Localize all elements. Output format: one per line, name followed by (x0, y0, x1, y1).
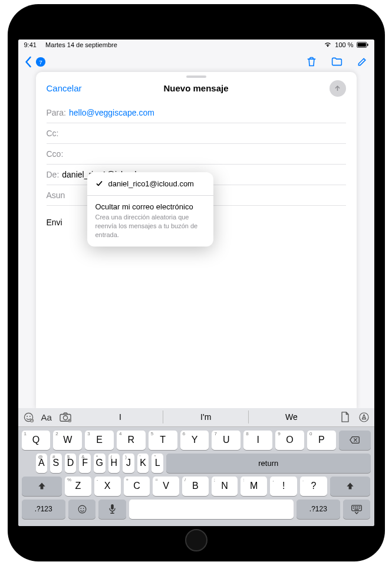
keyboard-row-2: @A#S$D&F*G(H)J'K"L return (22, 454, 371, 473)
back-icon[interactable] (24, 56, 32, 68)
key-z[interactable]: %Z (65, 477, 91, 496)
format-icon[interactable]: Aa (41, 412, 52, 422)
suggestion-2[interactable]: I'm (163, 410, 248, 423)
battery-icon (357, 42, 368, 48)
suggestion-3[interactable]: We (248, 410, 334, 423)
keyboard-row-4: .?123 .?123 (22, 500, 371, 519)
wifi-icon (324, 41, 332, 48)
key-![interactable]: ,! (270, 477, 297, 496)
backspace-key[interactable] (339, 431, 371, 450)
key-r[interactable]: 4R (117, 431, 146, 450)
svg-rect-2 (367, 43, 368, 45)
to-field[interactable]: Para: hello@veggiscape.com (47, 103, 346, 123)
key-u[interactable]: 7U (212, 431, 241, 450)
ipad-frame: 9:41 Martes 14 de septiembre 100 % (8, 4, 385, 561)
key-t[interactable]: 5T (149, 431, 177, 450)
mail-toolbar-behind: 7 (18, 50, 374, 74)
key-o[interactable]: 9O (275, 431, 304, 450)
key-l[interactable]: "L (151, 454, 163, 473)
key-f[interactable]: &F (79, 454, 91, 473)
key-s[interactable]: #S (50, 454, 62, 473)
key-g[interactable]: *G (94, 454, 106, 473)
numbers-key-right[interactable]: .?123 (297, 500, 340, 519)
keyboard-row-3: %Z-X+C=V/B;N:M ,!.? (22, 477, 371, 496)
dictation-key[interactable] (98, 500, 126, 519)
svg-point-8 (29, 415, 30, 416)
from-option-current[interactable]: daniel_rico1@icloud.com (87, 172, 213, 195)
key-d[interactable]: $D (65, 454, 77, 473)
svg-point-18 (80, 508, 81, 509)
hide-email-desc: Crea una dirección aleatoria que reenvía… (95, 213, 205, 239)
cc-field[interactable]: Cc: (47, 123, 346, 144)
checkmark-icon (95, 179, 104, 188)
svg-point-7 (27, 415, 28, 416)
key-q[interactable]: 1Q (22, 431, 51, 450)
numbers-key[interactable]: .?123 (22, 500, 65, 519)
svg-text:A: A (31, 419, 32, 422)
svg-point-17 (78, 505, 86, 513)
camera-icon[interactable]: + (59, 412, 72, 422)
status-date: Martes 14 de septiembre (45, 41, 117, 48)
compose-icon[interactable] (356, 55, 368, 68)
key-k[interactable]: 'K (137, 454, 149, 473)
send-button[interactable] (330, 80, 346, 97)
keyboard-row-1: 1Q2W3E4R5T6Y7U8I9O0P (22, 431, 371, 450)
hide-keyboard-key[interactable] (343, 500, 370, 519)
bcc-label: Cco: (47, 149, 64, 159)
svg-point-19 (83, 508, 84, 509)
suggestion-1[interactable]: I (78, 410, 163, 423)
svg-rect-1 (357, 42, 365, 47)
body-partial: Envi (47, 218, 62, 227)
key-p[interactable]: 0P (307, 431, 336, 450)
from-option-email: daniel_rico1@icloud.com (108, 179, 194, 188)
key-w[interactable]: 2W (53, 431, 82, 450)
screen: 9:41 Martes 14 de septiembre 100 % (18, 40, 374, 526)
to-value: hello@veggiscape.com (69, 108, 154, 117)
key-j[interactable]: )J (123, 454, 134, 473)
key-c[interactable]: +C (124, 477, 150, 496)
subject-label: Asun (47, 190, 65, 200)
modal-title: Nuevo mensaje (163, 83, 228, 93)
markup-icon[interactable] (358, 412, 370, 423)
shift-key[interactable] (22, 477, 62, 496)
keyboard-toolbar: A Aa + I I'm We (18, 408, 374, 427)
trash-icon[interactable] (305, 55, 318, 68)
svg-rect-20 (111, 504, 114, 510)
folder-icon[interactable] (331, 55, 343, 68)
status-bar: 9:41 Martes 14 de septiembre 100 % (18, 40, 374, 50)
key-?[interactable]: .? (300, 477, 327, 496)
key-y[interactable]: 6Y (180, 431, 209, 450)
status-left: 9:41 Martes 14 de septiembre (24, 41, 117, 48)
key-v[interactable]: =V (153, 477, 179, 496)
mailbox-badge[interactable]: 7 (35, 57, 46, 67)
modal-grabber[interactable] (186, 75, 206, 78)
keyboard-suggestions: I I'm We (78, 410, 334, 423)
emoji-key[interactable] (68, 500, 95, 519)
keyboard: A Aa + I I'm We 1Q2W3E4R5T6Y7U8I9O0P (18, 408, 374, 526)
key-h[interactable]: (H (108, 454, 120, 473)
key-i[interactable]: 8I (243, 431, 272, 450)
key-n[interactable]: ;N (212, 477, 238, 496)
key-e[interactable]: 3E (85, 431, 114, 450)
hide-my-email-option[interactable]: Ocultar mi correo electrónico Crea una d… (87, 195, 213, 247)
status-time: 9:41 (24, 41, 37, 48)
spacebar-key[interactable] (129, 500, 294, 519)
key-m[interactable]: :M (241, 477, 267, 496)
cc-label: Cc: (47, 129, 59, 138)
emoji-text-icon[interactable]: A (23, 412, 34, 423)
svg-text:7: 7 (39, 58, 42, 65)
scan-doc-icon[interactable] (340, 411, 350, 423)
from-label: De: (47, 170, 60, 179)
cancel-button[interactable]: Cancelar (47, 83, 82, 93)
svg-point-12 (63, 416, 67, 420)
return-key[interactable]: return (166, 454, 370, 473)
battery-pct: 100 % (335, 41, 353, 48)
key-b[interactable]: /B (182, 477, 209, 496)
shift-key-right[interactable] (330, 477, 371, 496)
bcc-field[interactable]: Cco: (47, 144, 346, 165)
key-x[interactable]: -X (94, 477, 121, 496)
hide-email-title: Ocultar mi correo electrónico (95, 202, 205, 211)
key-a[interactable]: @A (36, 454, 48, 473)
home-button[interactable] (185, 529, 207, 551)
to-label: Para: (47, 108, 66, 117)
